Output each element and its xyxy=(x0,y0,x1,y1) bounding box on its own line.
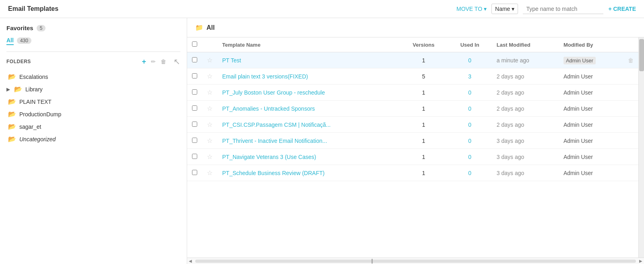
divider xyxy=(6,52,180,52)
select-all-checkbox[interactable] xyxy=(192,41,197,47)
row-checkbox-cell xyxy=(187,165,202,181)
star-icon[interactable]: ☆ xyxy=(207,73,213,80)
modified-by-cell: Admin User xyxy=(559,52,623,68)
delete-row-button[interactable]: 🗑 xyxy=(628,57,634,64)
row-checkbox[interactable] xyxy=(192,170,197,175)
cursor-indicator: ↖ xyxy=(173,57,180,66)
template-name-link[interactable]: PT_Navigate Veterans 3 (Use Cases) xyxy=(222,154,316,160)
star-icon[interactable]: ☆ xyxy=(207,137,213,144)
used-in-link[interactable]: 3 xyxy=(468,73,471,80)
table-row: ☆PT_Navigate Veterans 3 (Use Cases)103 d… xyxy=(187,149,638,165)
template-name-link[interactable]: PT_Anomalies - Untracked Sponsors xyxy=(222,105,315,112)
used-in-cell: 0 xyxy=(448,117,492,133)
row-checkbox[interactable] xyxy=(192,73,197,78)
header-controls: MOVE TO ▾ Name ▾ + CREATE xyxy=(456,4,636,14)
folder-name-escalations: Escalations xyxy=(19,74,48,80)
edit-folder-button[interactable]: ✏ xyxy=(150,58,157,65)
folder-item-library[interactable]: ▶ 📂 Library xyxy=(6,83,180,95)
scrollbar-thumb[interactable] xyxy=(639,39,644,71)
table-row: ☆PT Test10a minute agoAdmin User🗑 xyxy=(187,52,638,68)
move-to-button[interactable]: MOVE TO ▾ xyxy=(456,6,487,12)
search-input[interactable] xyxy=(523,4,603,14)
folder-icon: 📂 xyxy=(8,123,16,130)
template-name-cell: PT_Thrivent - Inactive Email Notificatio… xyxy=(217,133,399,149)
row-checkbox[interactable] xyxy=(192,105,197,111)
last-modified-cell: 3 days ago xyxy=(492,165,559,181)
modified-by-badge: Admin User xyxy=(564,57,596,64)
folder-icon: 📂 xyxy=(8,135,16,143)
template-name-link[interactable]: PT Test xyxy=(222,57,241,64)
template-name-cell: PT_CSI.CSP.Passagem CSM | Notificaçã... xyxy=(217,117,399,133)
last-modified-header: Last Modified xyxy=(492,37,559,52)
table-row: ☆PT_CSI.CSP.Passagem CSM | Notificaçã...… xyxy=(187,117,638,133)
used-in-value: 0 xyxy=(468,170,471,176)
star-cell: ☆ xyxy=(202,149,217,165)
versions-cell: 1 xyxy=(399,133,448,149)
row-checkbox[interactable] xyxy=(192,154,197,159)
folder-icon: 📂 xyxy=(8,110,16,118)
folder-name-library: Library xyxy=(25,86,43,93)
all-count-badge: 430 xyxy=(17,37,31,44)
row-checkbox-cell xyxy=(187,133,202,149)
template-name-cell: PT_Anomalies - Untracked Sponsors xyxy=(217,101,399,117)
row-checkbox[interactable] xyxy=(192,57,197,62)
scroll-thumb-horizontal[interactable] xyxy=(195,260,636,263)
row-checkbox[interactable] xyxy=(192,89,197,95)
filter-dropdown[interactable]: Name ▾ xyxy=(491,4,518,14)
delete-cell xyxy=(623,149,638,165)
versions-cell: 5 xyxy=(399,68,448,85)
used-in-header: Used In xyxy=(448,37,492,52)
template-name-link[interactable]: PT_Thrivent - Inactive Email Notificatio… xyxy=(222,138,327,144)
actions-header xyxy=(623,37,638,52)
star-icon[interactable]: ☆ xyxy=(207,153,213,160)
template-name-link[interactable]: Email plain text 3 versions(FIXED) xyxy=(222,73,308,80)
folder-name-sagar-et: sagar_et xyxy=(19,124,41,130)
table-row: ☆PT_Schedule Business Review (DRAFT)103 … xyxy=(187,165,638,181)
content-folder-title: All xyxy=(206,24,215,31)
all-button[interactable]: All xyxy=(6,36,14,45)
folder-item-escalations[interactable]: 📂 Escalations xyxy=(6,70,180,83)
last-modified-cell: 3 days ago xyxy=(492,149,559,165)
versions-cell: 1 xyxy=(399,117,448,133)
create-button[interactable]: + CREATE xyxy=(608,6,636,12)
folder-icon: 📂 xyxy=(8,73,16,80)
row-checkbox-cell xyxy=(187,101,202,117)
star-icon[interactable]: ☆ xyxy=(207,121,213,128)
scroll-right-arrow[interactable]: ▶ xyxy=(638,258,644,264)
folder-item-production-dump[interactable]: 📂 ProductionDump xyxy=(6,108,180,120)
star-icon[interactable]: ☆ xyxy=(207,169,213,176)
versions-cell: 1 xyxy=(399,85,448,101)
row-checkbox[interactable] xyxy=(192,138,197,143)
folders-header: FOLDERS + ✏ 🗑 ↖ xyxy=(6,57,180,66)
folder-item-plain-text[interactable]: 📂 PLAIN TEXT xyxy=(6,95,180,108)
template-name-link[interactable]: PT_July Boston User Group - reschedule xyxy=(222,89,325,96)
template-name-link[interactable]: PT_CSI.CSP.Passagem CSM | Notificaçã... xyxy=(222,122,330,128)
add-folder-button[interactable]: + xyxy=(141,58,147,66)
scroll-position-indicator xyxy=(372,259,373,264)
last-modified-cell: 2 days ago xyxy=(492,68,559,85)
used-in-value: 0 xyxy=(468,57,471,64)
horizontal-scrollbar[interactable]: ◀ ▶ xyxy=(187,258,644,264)
modified-by-cell: Admin User xyxy=(559,149,623,165)
star-cell: ☆ xyxy=(202,52,217,68)
delete-folder-button[interactable]: 🗑 xyxy=(160,58,167,65)
star-icon[interactable]: ☆ xyxy=(207,105,213,112)
folder-icon-sm: 📁 xyxy=(195,24,203,31)
table-header: Template Name Versions Used In Last Modi… xyxy=(187,37,638,52)
folder-item-sagar-et[interactable]: 📂 sagar_et xyxy=(6,120,180,133)
used-in-cell: 0 xyxy=(448,133,492,149)
folder-icon: 📂 xyxy=(14,85,22,93)
select-all-header xyxy=(187,37,202,52)
row-checkbox[interactable] xyxy=(192,122,197,127)
favorites-badge: 5 xyxy=(37,25,46,31)
template-name-cell: PT_July Boston User Group - reschedule xyxy=(217,85,399,101)
template-name-link[interactable]: PT_Schedule Business Review (DRAFT) xyxy=(222,170,324,176)
star-icon[interactable]: ☆ xyxy=(207,89,213,96)
folders-actions: + ✏ 🗑 ↖ xyxy=(141,57,180,66)
star-icon[interactable]: ☆ xyxy=(207,57,213,64)
vertical-scrollbar[interactable] xyxy=(638,37,644,258)
scroll-left-arrow[interactable]: ◀ xyxy=(187,258,194,264)
versions-cell: 1 xyxy=(399,52,448,68)
row-checkbox-cell xyxy=(187,68,202,85)
folder-item-uncategorized[interactable]: 📂 Uncategorized xyxy=(6,133,180,145)
